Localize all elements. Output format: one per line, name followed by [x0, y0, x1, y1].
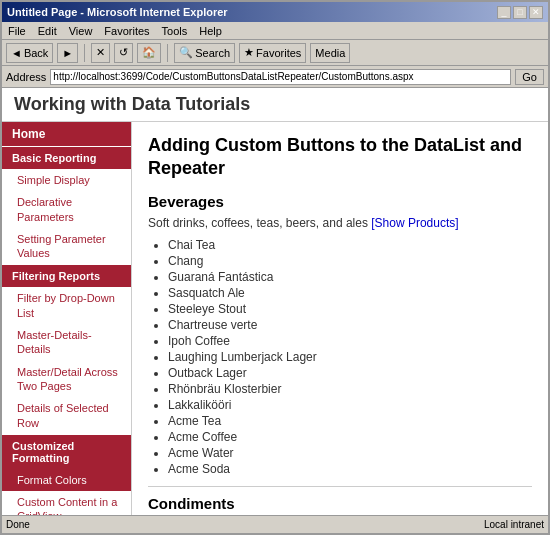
category-title-condiments: Condiments	[148, 495, 532, 512]
back-button[interactable]: ◄ Back	[6, 43, 53, 63]
list-item: Steeleye Stout	[168, 302, 532, 316]
list-item: Chartreuse verte	[168, 318, 532, 332]
toolbar-separator-2	[167, 44, 168, 62]
list-item: Sasquatch Ale	[168, 286, 532, 300]
show-products-beverages[interactable]: [Show Products]	[371, 216, 458, 230]
title-bar: Untitled Page - Microsoft Internet Explo…	[2, 2, 548, 22]
list-item: Laughing Lumberjack Lager	[168, 350, 532, 364]
menu-file[interactable]: File	[6, 25, 28, 37]
forward-button[interactable]: ►	[57, 43, 78, 63]
menu-help[interactable]: Help	[197, 25, 224, 37]
menu-view[interactable]: View	[67, 25, 95, 37]
sidebar-section-filtering-reports[interactable]: Filtering Reports	[2, 265, 131, 287]
sidebar-home[interactable]: Home	[2, 122, 131, 146]
sidebar-item-master-details[interactable]: Master-Details-Details	[2, 324, 131, 361]
browser-content: Working with Data Tutorials Home Basic R…	[2, 88, 548, 515]
page-container: Working with Data Tutorials Home Basic R…	[2, 88, 548, 515]
sidebar-item-declarative-parameters[interactable]: Declarative Parameters	[2, 191, 131, 228]
zone-text: Local intranet	[484, 519, 544, 530]
status-bar: Done Local intranet	[2, 515, 548, 533]
address-input[interactable]	[50, 69, 511, 85]
favorites-button[interactable]: ★ Favorites	[239, 43, 306, 63]
list-item: Lakkalikööri	[168, 398, 532, 412]
page-body: Home Basic Reporting Simple Display Decl…	[2, 122, 548, 515]
address-label: Address	[6, 71, 46, 83]
home-button[interactable]: 🏠	[137, 43, 161, 63]
media-button[interactable]: Media	[310, 43, 350, 63]
window-controls: _ □ ✕	[497, 6, 543, 19]
stop-button[interactable]: ✕	[91, 43, 110, 63]
address-bar: Address Go	[2, 66, 548, 88]
page-header: Working with Data Tutorials	[2, 88, 548, 122]
browser-window: Untitled Page - Microsoft Internet Explo…	[0, 0, 550, 535]
list-item: Chai Tea	[168, 238, 532, 252]
list-item: Rhönbräu Klosterbier	[168, 382, 532, 396]
sidebar-section-customized-formatting[interactable]: Customized Formatting	[2, 435, 131, 469]
refresh-button[interactable]: ↺	[114, 43, 133, 63]
page-header-title: Working with Data Tutorials	[14, 94, 250, 114]
toolbar: ◄ Back ► ✕ ↺ 🏠 🔍 Search ★ Favorites Medi…	[2, 40, 548, 66]
content-title: Adding Custom Buttons to the DataList an…	[148, 134, 532, 181]
menu-edit[interactable]: Edit	[36, 25, 59, 37]
window-title: Untitled Page - Microsoft Internet Explo…	[7, 6, 228, 18]
sidebar-item-master-detail-pages[interactable]: Master/Detail Across Two Pages	[2, 361, 131, 398]
menu-bar: File Edit View Favorites Tools Help	[2, 22, 548, 40]
category-title-beverages: Beverages	[148, 193, 532, 210]
product-list-beverages: Chai Tea Chang Guaraná Fantástica Sasqua…	[168, 238, 532, 476]
menu-favorites[interactable]: Favorites	[102, 25, 151, 37]
category-desc-beverages: Soft drinks, coffees, teas, beers, and a…	[148, 216, 532, 230]
main-content: Adding Custom Buttons to the DataList an…	[132, 122, 548, 515]
list-item: Acme Soda	[168, 462, 532, 476]
list-item: Ipoh Coffee	[168, 334, 532, 348]
go-button[interactable]: Go	[515, 69, 544, 85]
list-item: Outback Lager	[168, 366, 532, 380]
minimize-button[interactable]: _	[497, 6, 511, 19]
list-item: Chang	[168, 254, 532, 268]
sidebar-item-details-selected[interactable]: Details of Selected Row	[2, 397, 131, 434]
search-button[interactable]: 🔍 Search	[174, 43, 235, 63]
sidebar-item-format-colors[interactable]: Format Colors	[2, 469, 131, 491]
toolbar-separator	[84, 44, 85, 62]
sidebar: Home Basic Reporting Simple Display Decl…	[2, 122, 132, 515]
list-item: Acme Water	[168, 446, 532, 460]
sidebar-item-custom-gridview[interactable]: Custom Content in a GridView	[2, 491, 131, 515]
sidebar-section-basic-reporting[interactable]: Basic Reporting	[2, 147, 131, 169]
category-divider	[148, 486, 532, 487]
menu-tools[interactable]: Tools	[160, 25, 190, 37]
maximize-button[interactable]: □	[513, 6, 527, 19]
list-item: Acme Coffee	[168, 430, 532, 444]
sidebar-item-simple-display[interactable]: Simple Display	[2, 169, 131, 191]
list-item: Guaraná Fantástica	[168, 270, 532, 284]
status-text: Done	[6, 519, 30, 530]
list-item: Acme Tea	[168, 414, 532, 428]
sidebar-item-setting-parameter-values[interactable]: Setting Parameter Values	[2, 228, 131, 265]
close-button[interactable]: ✕	[529, 6, 543, 19]
sidebar-item-filter-dropdown[interactable]: Filter by Drop-Down List	[2, 287, 131, 324]
